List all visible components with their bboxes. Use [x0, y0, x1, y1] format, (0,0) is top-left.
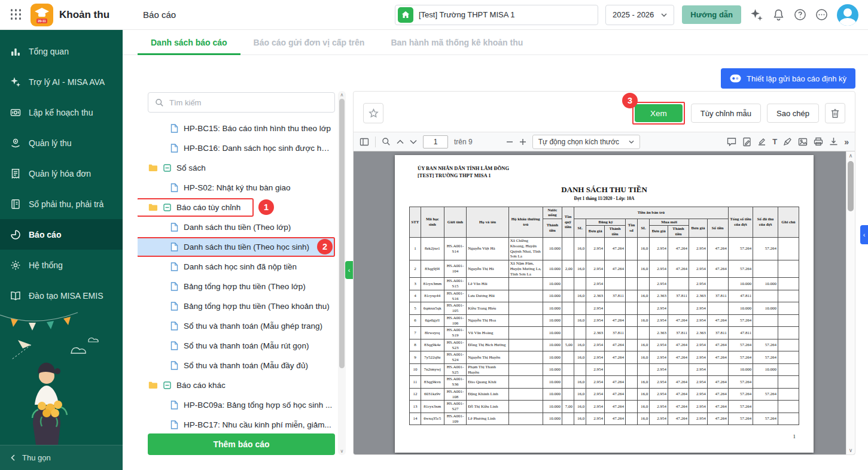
more-options-icon[interactable]	[815, 8, 828, 21]
sidebar-item-tong-quan[interactable]: Tổng quan	[0, 36, 123, 66]
pdf-page-input[interactable]	[423, 135, 448, 148]
report-tree-item[interactable]: HP-S02: Nhật ký thu bàn giao	[138, 178, 334, 198]
ai-assistant-icon	[10, 77, 21, 87]
pdf-viewer-area: ỦY BAN NHÂN DÂN TỈNH LÂM ĐỒNG [TEST] TRƯ…	[354, 151, 855, 454]
notification-bell-icon[interactable]	[772, 8, 785, 21]
zoom-out-icon[interactable]	[506, 138, 513, 145]
search-box	[148, 92, 335, 113]
sidebar-item-dao-tao[interactable]: Đào tạo MISA EMIS	[0, 280, 123, 311]
report-tree-item[interactable]: Sổ thu và thanh toán (Mẫu ghép trang)	[138, 316, 334, 336]
report-doc-icon	[170, 322, 178, 330]
comment-icon[interactable]	[727, 137, 736, 146]
download-icon[interactable]	[829, 137, 838, 146]
search-input[interactable]	[169, 98, 328, 107]
collapse-list-handle[interactable]: ‹	[345, 261, 353, 279]
invoice-icon	[10, 168, 21, 179]
pdf-org-line1: ỦY BAN NHÂN DÂN TỈNH LÂM ĐỒNG	[418, 165, 799, 172]
ai-sparkle-icon[interactable]	[750, 8, 763, 22]
pdf-table-body: 18zk2jxe1HS.A001-S14Nguyễn Việt HàXã Chi…	[410, 238, 799, 425]
print-icon[interactable]	[814, 137, 823, 146]
annotation-box-view: 3 Xem	[632, 102, 685, 125]
pdf-search-icon[interactable]	[382, 137, 391, 146]
report-tree-item[interactable]: HP-BC17: Nhu cầu kinh phí miễn, giảm...	[138, 415, 334, 430]
tab-danh-sach-bao-cao[interactable]: Danh sách báo cáo	[138, 30, 240, 54]
school-selector[interactable]: [Test] Trường THPT MISA 1	[395, 5, 598, 25]
collapse-toggle-icon[interactable]	[163, 204, 171, 211]
report-item-label: HP-BC15: Báo cáo tình hình thu theo lớp	[184, 124, 331, 133]
report-tree-item[interactable]: Danh sách thu tiền (Theo học sinh)2	[138, 237, 334, 257]
scroll-down-icon[interactable]: ∨	[340, 448, 344, 454]
report-doc-icon	[170, 282, 178, 291]
sidebar-item-bao-cao[interactable]: Báo cáo	[0, 219, 123, 250]
scroll-down-icon[interactable]: ∨	[849, 447, 853, 453]
user-avatar[interactable]	[837, 4, 858, 26]
report-tree-item[interactable]: Bảng tổng hợp thu tiền (Theo khoản thu)	[138, 296, 334, 316]
highlighter-icon[interactable]	[757, 137, 766, 146]
collapse-toggle-icon[interactable]	[163, 381, 171, 389]
setup-periodic-report-button[interactable]: Thiết lập gửi báo cáo định kỳ	[721, 68, 855, 89]
tab-ban-hanh-ma-thong-ke[interactable]: Ban hành mã thống kê khoản thu	[377, 30, 536, 54]
collapse-label: Thu gọn	[22, 453, 51, 462]
scrollbar-thumb[interactable]	[848, 161, 854, 211]
zoom-level-value: Tự động chọn kích thước	[538, 138, 619, 146]
delete-button[interactable]	[825, 103, 845, 123]
report-tree-item[interactable]: Danh sách học sinh đã nộp tiền	[138, 257, 334, 277]
customize-template-button[interactable]: Tùy chỉnh mẫu	[691, 104, 761, 123]
pdf-scrollbar[interactable]: ∧ ∨	[846, 151, 855, 454]
report-item-label: HP-BC17: Nhu cầu kinh phí miễn, giảm...	[184, 420, 331, 429]
report-tree-item[interactable]: HP-BC16: Danh sách học sinh được hỗ ...	[138, 138, 334, 158]
collapse-toggle-icon[interactable]	[163, 164, 171, 172]
sidebar-item-label: Hệ thống	[29, 260, 63, 270]
draw-pen-icon[interactable]	[783, 137, 792, 146]
sidebar-item-quan-ly-thu[interactable]: Quản lý thu	[0, 128, 123, 158]
report-item-label: Danh sách thu tiền (Theo học sinh)	[184, 242, 309, 251]
pdf-page-count: trên 9	[454, 138, 473, 146]
sidebar-item-he-thong[interactable]: Hệ thống	[0, 250, 123, 280]
free-text-icon[interactable]: T	[772, 137, 777, 146]
report-item-label: Sổ sách	[176, 163, 206, 172]
sidebar-collapse-button[interactable]: Thu gọn	[0, 445, 123, 470]
add-report-button[interactable]: Thêm báo cáo	[148, 433, 335, 455]
scrollbar-thumb[interactable]	[339, 99, 345, 368]
report-tree-item[interactable]: HP-BC09a: Bảng tổng hợp số học sinh ...	[138, 395, 334, 415]
annotate-page-icon[interactable]	[742, 137, 751, 147]
pdf-next-page-icon[interactable]	[410, 140, 417, 144]
app-grid-icon[interactable]	[10, 8, 23, 22]
copy-button[interactable]: Sao chép	[767, 104, 819, 123]
school-year-selector[interactable]: 2025 - 2026	[605, 5, 674, 25]
sidebar-item-tro-ly-ai[interactable]: Trợ lý AI - MISA AVA	[0, 66, 123, 97]
zoom-in-icon[interactable]	[519, 138, 526, 145]
scroll-up-icon[interactable]: ∧	[340, 92, 344, 98]
view-button[interactable]: Xem	[635, 104, 683, 122]
scroll-up-icon[interactable]: ∧	[849, 153, 853, 159]
topbar-nav-report[interactable]: Báo cáo	[143, 10, 176, 20]
right-panel-handle[interactable]: ‹	[860, 225, 868, 244]
report-tree-item[interactable]: Bảng tổng hợp thu tiền (Theo lớp)	[138, 277, 334, 296]
zoom-level-select[interactable]: Tự động chọn kích thước	[532, 135, 640, 149]
pdf-sidebar-toggle-icon[interactable]	[360, 137, 369, 147]
report-tree-folder[interactable]: Báo cáo tùy chỉnh1	[138, 198, 334, 217]
folder-icon	[148, 204, 158, 211]
sidebar-item-lap-ke-hoach-thu[interactable]: Lập kế hoạch thu	[0, 97, 123, 128]
report-tree-item[interactable]: HP-BC15: Báo cáo tình hình thu theo lớp	[138, 119, 334, 138]
sidebar-item-so-phai-thu[interactable]: Sổ phải thu, phải trả	[0, 189, 123, 219]
report-tree-item[interactable]: Sổ thu và thanh toán (Mẫu rút gọn)	[138, 336, 334, 356]
app-title: Khoản thu	[59, 9, 109, 21]
pdf-table-row: 381ryx3mmHS.A001-S15Lê Văn Hải10.0002.95…	[410, 278, 799, 290]
report-tree-folder[interactable]: Báo cáo khác	[138, 375, 334, 395]
help-guide-button[interactable]: Hướng dẫn	[682, 5, 741, 24]
report-tree-item[interactable]: Danh sách thu tiền (Theo lớp)	[138, 217, 334, 237]
help-circle-icon[interactable]	[794, 8, 806, 21]
insert-image-icon[interactable]	[798, 138, 808, 146]
sidebar-item-label: Sổ phải thu, phải trả	[29, 199, 103, 209]
report-tree-folder[interactable]: Sổ sách	[138, 158, 334, 178]
report-doc-icon	[170, 361, 178, 370]
favorite-star-button[interactable]	[363, 103, 383, 123]
pdf-table-row: 481ryxp44HS.A001-S16Lưu Dương Hải10.0001…	[410, 290, 799, 302]
pdf-prev-page-icon[interactable]	[397, 140, 404, 144]
report-tree-item[interactable]: Sổ thu và thanh toán (Mẫu đầy đủ)	[138, 356, 334, 375]
tab-bao-cao-gui-don-vi[interactable]: Báo cáo gửi đơn vị cấp trên	[240, 30, 378, 54]
sidebar-item-quan-ly-hoa-don[interactable]: Quản lý hóa đơn	[0, 158, 123, 189]
more-tools-icon[interactable]: »	[844, 137, 849, 147]
report-doc-icon	[170, 341, 178, 350]
